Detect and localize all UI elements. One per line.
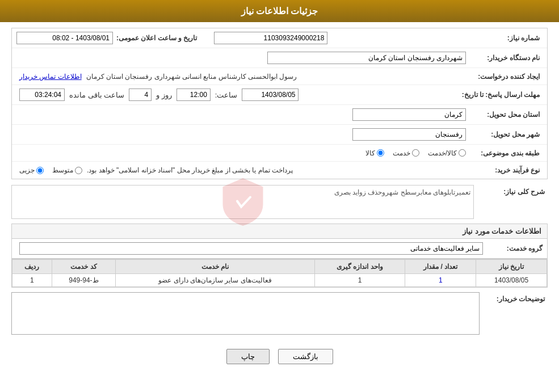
table-row: 1403/08/05 1 1 فعالیت‌های سایر سازمان‌ها… <box>12 274 547 287</box>
purchase-type-value: پرداخت تمام یا بخشی از مبلغ خریدار محل "… <box>16 165 469 175</box>
contact-link[interactable]: اطلاعات تماس خریدار <box>19 73 82 81</box>
need-description-area: تعمیرتابلوهای معابرسطح شهروحذف زواید بصر… <box>11 185 474 219</box>
reply-deadline-values: ساعت: روز و ساعت باقی مانده <box>16 87 462 102</box>
reply-date-input[interactable] <box>242 88 299 101</box>
announcement-date-input[interactable] <box>16 32 113 44</box>
group-label: گروه خدمت: <box>486 245 543 252</box>
row-buyer-org: نام دستگاه خریدار: <box>12 48 547 68</box>
category-kala-khedmat[interactable]: کالا/خدمت <box>428 149 466 157</box>
group-value <box>16 241 486 256</box>
col-need-date: تاریخ نیاز <box>476 260 547 274</box>
services-section-title: اطلاعات خدمات مورد نیاز <box>11 224 548 238</box>
back-button[interactable]: بازگشت <box>278 349 333 364</box>
buyer-notes-row: توضیحات خریدار: <box>11 292 548 335</box>
purchase-type-label: نوع فرآیند خرید: <box>469 166 543 174</box>
creator-label: ایجاد کننده درخواست: <box>469 73 543 81</box>
need-description-label: شرح کلی نیاز: <box>474 188 548 196</box>
need-description-row: شرح کلی نیاز: تعمیرتابلوهای معابرسطح شهر… <box>11 185 548 219</box>
delivery-province-input[interactable] <box>352 108 466 121</box>
remaining-time-label: ساعت باقی مانده <box>69 91 124 99</box>
row-creator: ایجاد کننده درخواست: رسول ابوالحسنی کارش… <box>12 68 547 85</box>
col-row-num: ردیف <box>12 260 52 274</box>
need-number-input[interactable] <box>214 32 327 44</box>
row-delivery-province: استان محل تحویل: <box>12 105 547 125</box>
cell-service-code: ط-94-949 <box>52 274 115 287</box>
row-category: طبقه بندی موضوعی: کالا/خدمت خدمت کالا <box>12 145 547 162</box>
need-description-text: تعمیرتابلوهای معابرسطح شهروحذف زواید بصر… <box>11 185 474 219</box>
page-header: جزئیات اطلاعات نیاز <box>0 0 559 22</box>
main-form-section: شماره نیاز: تاریخ و ساعت اعلان عمومی: نا… <box>11 28 548 179</box>
purchase-jozi[interactable]: جزیی <box>19 166 44 174</box>
category-options: کالا/خدمت خدمت کالا <box>16 148 469 158</box>
buyer-org-label: نام دستگاه خریدار: <box>469 54 543 62</box>
col-quantity: تعداد / مقدار <box>405 260 476 274</box>
group-input[interactable] <box>19 242 483 255</box>
delivery-province-value <box>16 107 469 122</box>
reply-days-label: روز و <box>156 91 172 99</box>
buyer-notes-label: توضیحات خریدار: <box>480 292 548 306</box>
row-need-number: شماره نیاز: تاریخ و ساعت اعلان عمومی: <box>12 28 547 48</box>
reply-time-label: ساعت: <box>215 91 238 99</box>
cell-need-date: 1403/08/05 <box>476 274 547 287</box>
delivery-city-label: شهر محل تحویل: <box>469 130 543 138</box>
reply-time-input[interactable] <box>176 88 211 101</box>
need-number-label: شماره نیاز: <box>469 34 543 42</box>
buyer-notes-content <box>11 292 480 335</box>
category-kala[interactable]: کالا <box>365 149 384 157</box>
services-table-section: تاریخ نیاز تعداد / مقدار واحد اندازه گیر… <box>11 259 548 288</box>
cell-service-name: فعالیت‌های سایر سازمان‌های دارای عضو <box>116 274 314 287</box>
reply-days-input[interactable] <box>129 88 152 101</box>
content-area: شماره نیاز: تاریخ و ساعت اعلان عمومی: نا… <box>0 22 559 378</box>
creator-value: رسول ابوالحسنی کارشناس منابع انسانی شهرد… <box>16 71 469 82</box>
buyer-org-value <box>16 50 469 65</box>
cell-unit: 1 <box>314 274 405 287</box>
page-title: جزئیات اطلاعات نیاز <box>241 6 318 16</box>
page-wrapper: جزئیات اطلاعات نیاز شماره نیاز: تاریخ و … <box>0 0 559 392</box>
purchase-type-note: پرداخت تمام یا بخشی از مبلغ خریدار محل "… <box>87 166 293 174</box>
row-purchase-type: نوع فرآیند خرید: پرداخت تمام یا بخشی از … <box>12 162 547 179</box>
remaining-time-input[interactable] <box>19 88 65 101</box>
col-service-code: کد خدمت <box>52 260 115 274</box>
category-khedmat[interactable]: خدمت <box>393 149 419 157</box>
buyer-notes-textarea[interactable] <box>12 293 479 332</box>
delivery-city-input[interactable] <box>352 128 466 141</box>
col-service-name: نام خدمت <box>116 260 314 274</box>
row-delivery-city: شهر محل تحویل: <box>12 125 547 145</box>
print-button[interactable]: چاپ <box>226 349 270 364</box>
category-label: طبقه بندی موضوعی: <box>469 149 543 157</box>
cell-quantity: 1 <box>405 274 476 287</box>
row-reply-deadline: مهلت ارسال پاسخ: تا تاریخ: ساعت: روز و س… <box>12 85 547 105</box>
creator-text: رسول ابوالحسنی کارشناس منابع انسانی شهرد… <box>86 73 297 81</box>
cell-row-num: 1 <box>12 274 52 287</box>
delivery-province-label: استان محل تحویل: <box>469 111 543 119</box>
buyer-org-input[interactable] <box>267 52 466 64</box>
reply-deadline-label: مهلت ارسال پاسخ: تا تاریخ: <box>462 91 543 99</box>
delivery-city-value <box>16 127 469 142</box>
need-description-value: تعمیرتابلوهای معابرسطح شهروحذف زواید بصر… <box>334 188 470 196</box>
col-unit: واحد اندازه گیری <box>314 260 405 274</box>
group-service-row: گروه خدمت: <box>11 238 548 259</box>
announcement-date-label: تاریخ و ساعت اعلان عمومی: <box>116 34 200 42</box>
purchase-motavasset[interactable]: متوسط <box>52 166 82 174</box>
need-number-value <box>211 31 469 45</box>
buttons-row: بازگشت چاپ <box>11 340 548 373</box>
services-table: تاریخ نیاز تعداد / مقدار واحد اندازه گیر… <box>12 259 547 287</box>
